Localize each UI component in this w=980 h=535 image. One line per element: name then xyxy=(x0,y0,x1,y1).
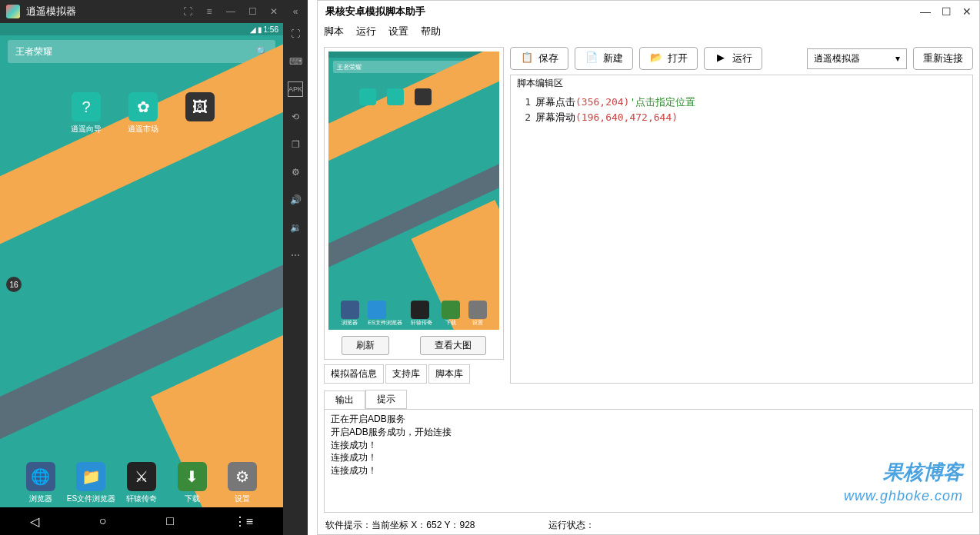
script-line[interactable]: 2屏幕滑动(196,640,472,644) xyxy=(518,110,965,125)
maximize-icon[interactable]: ☐ xyxy=(246,6,258,17)
dock-app-0[interactable]: 🌐浏览器 xyxy=(24,462,58,504)
gear-icon[interactable]: ⚙ xyxy=(288,164,303,180)
home-icon[interactable]: ○ xyxy=(99,514,107,528)
open-button[interactable]: 📂打开 xyxy=(639,47,698,70)
reconnect-button[interactable]: 重新连接 xyxy=(913,47,973,70)
rotate-icon[interactable]: ⟲ xyxy=(288,109,303,125)
play-icon: ▶ xyxy=(714,52,728,65)
minimize-icon[interactable]: — xyxy=(225,6,237,17)
script-label: 脚本编辑区 xyxy=(511,75,972,91)
dock-app-3[interactable]: ⬇下载 xyxy=(175,462,209,504)
dock-app-2[interactable]: ⚔轩辕传奇 xyxy=(125,462,158,504)
output-line: 连接成功！ xyxy=(331,439,966,452)
save-button[interactable]: 📋保存 xyxy=(510,47,568,70)
back-icon[interactable]: ◁ xyxy=(30,514,39,529)
toolbar: 📋保存 📄新建 📂打开 ▶运行 逍遥模拟器▾ 重新连接 xyxy=(510,47,973,70)
left-tab-1[interactable]: 支持库 xyxy=(385,364,427,384)
minimize-icon[interactable]: — xyxy=(920,5,931,18)
output-section: 输出提示 正在开启ADB服务开启ADB服务成功，开始连接连接成功！连接成功！连接… xyxy=(324,390,973,513)
output-line: 开启ADB服务成功，开始连接 xyxy=(331,426,966,439)
emulator-toolbar: ⛶ ⌨ APK ⟲ ❐ ⚙ 🔊 🔉 ⋯ xyxy=(283,23,308,535)
output-tab-1[interactable]: 提示 xyxy=(365,390,407,409)
new-button[interactable]: 📄新建 xyxy=(575,47,633,70)
emulator-screen[interactable]: ◢ ▮ 1:56 王者荣耀 🔍 ?逍遥向导✿逍遥市场🖼 16 🌐浏览器📁ES文件… xyxy=(0,23,283,535)
app-icon-0[interactable]: ?逍遥向导 xyxy=(69,92,103,135)
assistant-titlebar: 果核安卓模拟脚本助手 — ☐ ✕ xyxy=(318,1,979,22)
emulator-title: 逍遥模拟器 xyxy=(26,5,182,18)
app-icon-1[interactable]: ✿逍遥市场 xyxy=(126,92,160,135)
output-tab-0[interactable]: 输出 xyxy=(324,390,365,410)
apk-icon[interactable]: APK xyxy=(288,81,303,97)
output-line: 连接成功！ xyxy=(331,464,966,477)
refresh-button[interactable]: 刷新 xyxy=(342,336,389,355)
new-icon: 📄 xyxy=(585,52,598,65)
android-statusbar: ◢ ▮ 1:56 xyxy=(0,23,283,35)
emulator-titlebar: 逍遥模拟器 ⛶ ≡ — ☐ ✕ « xyxy=(0,0,308,23)
emulator-logo-icon xyxy=(6,5,20,18)
save-icon: 📋 xyxy=(520,52,534,65)
search-placeholder: 王者荣耀 xyxy=(15,45,256,58)
fullscreen-icon[interactable]: ⛶ xyxy=(182,6,194,17)
multi-window-icon[interactable]: ❐ xyxy=(288,137,303,152)
android-search[interactable]: 王者荣耀 🔍 xyxy=(8,40,275,63)
android-nav: ◁ ○ □ ⋮≡ xyxy=(0,507,283,535)
emulator-select[interactable]: 逍遥模拟器▾ xyxy=(807,48,907,69)
left-tab-2[interactable]: 脚本库 xyxy=(428,364,470,384)
preview-box: 王者荣耀 浏览器ES文件浏览器轩辕传奇下载设置 刷新 查看大图 xyxy=(324,47,504,360)
recent-icon[interactable]: □ xyxy=(166,514,174,528)
script-line[interactable]: 1屏幕点击(356,204)'点击指定位置 xyxy=(518,95,965,110)
close-icon[interactable]: ✕ xyxy=(268,6,280,17)
output-line: 正在开启ADB服务 xyxy=(331,413,966,426)
menu-1[interactable]: 运行 xyxy=(356,25,376,38)
signal-icon: ◢ xyxy=(250,25,256,34)
assistant-right-panel: 📋保存 📄新建 📂打开 ▶运行 逍遥模拟器▾ 重新连接 脚本编辑区 1屏幕点击(… xyxy=(510,47,973,384)
status-time: 1:56 xyxy=(264,25,278,34)
assistant-left-panel: 王者荣耀 浏览器ES文件浏览器轩辕传奇下载设置 刷新 查看大图 模拟器信息支持库… xyxy=(324,47,504,384)
volume-down-icon[interactable]: 🔉 xyxy=(288,220,303,235)
chevron-down-icon: ▾ xyxy=(895,53,900,64)
dock-app-1[interactable]: 📁ES文件浏览器 xyxy=(74,462,108,504)
status-run: 运行状态： xyxy=(548,519,595,532)
emulator-window: 逍遥模拟器 ⛶ ≡ — ☐ ✕ « ◢ ▮ 1:56 王者荣耀 🔍 ?逍遥向导✿… xyxy=(0,0,308,535)
assistant-menu: 脚本运行设置帮助 xyxy=(318,22,979,41)
output-line: 连接成功！ xyxy=(331,451,966,464)
volume-up-icon[interactable]: 🔊 xyxy=(288,192,303,208)
maximize-icon[interactable]: ☐ xyxy=(942,5,952,18)
expand-icon[interactable]: ⛶ xyxy=(288,26,303,42)
menu-icon[interactable]: ≡ xyxy=(203,6,215,17)
menu-3[interactable]: 帮助 xyxy=(421,25,441,38)
status-hint: 软件提示：当前坐标 X：652 Y：928 xyxy=(325,519,548,532)
menu-2[interactable]: 设置 xyxy=(388,25,408,38)
preview-screenshot[interactable]: 王者荣耀 浏览器ES文件浏览器轩辕传奇下载设置 xyxy=(328,52,499,330)
battery-icon: ▮ xyxy=(258,25,262,34)
dock-app-4[interactable]: ⚙设置 xyxy=(225,462,259,504)
notification-badge[interactable]: 16 xyxy=(6,277,22,292)
run-button[interactable]: ▶运行 xyxy=(704,47,762,70)
assistant-window: 果核安卓模拟脚本助手 — ☐ ✕ 脚本运行设置帮助 王者荣耀 浏览器ES文件浏览 xyxy=(317,0,980,535)
left-tab-0[interactable]: 模拟器信息 xyxy=(324,364,384,384)
open-icon: 📂 xyxy=(649,52,663,65)
view-large-button[interactable]: 查看大图 xyxy=(420,336,486,355)
close-icon[interactable]: ✕ xyxy=(962,5,972,18)
assistant-title: 果核安卓模拟脚本助手 xyxy=(325,5,920,18)
list-icon[interactable]: ⋮≡ xyxy=(234,514,253,529)
more-icon[interactable]: ⋯ xyxy=(288,248,303,263)
script-content[interactable]: 1屏幕点击(356,204)'点击指定位置2屏幕滑动(196,640,472,6… xyxy=(511,91,972,383)
collapse-sidebar-icon[interactable]: « xyxy=(289,6,302,17)
menu-0[interactable]: 脚本 xyxy=(324,25,344,38)
script-editor: 脚本编辑区 1屏幕点击(356,204)'点击指定位置2屏幕滑动(196,640… xyxy=(510,75,973,384)
statusbar: 软件提示：当前坐标 X：652 Y：928 运行状态： xyxy=(318,516,979,534)
output-box[interactable]: 正在开启ADB服务开启ADB服务成功，开始连接连接成功！连接成功！连接成功！ 果… xyxy=(324,409,973,513)
keyboard-icon[interactable]: ⌨ xyxy=(288,54,303,69)
app-icon-2[interactable]: 🖼 xyxy=(183,92,217,135)
